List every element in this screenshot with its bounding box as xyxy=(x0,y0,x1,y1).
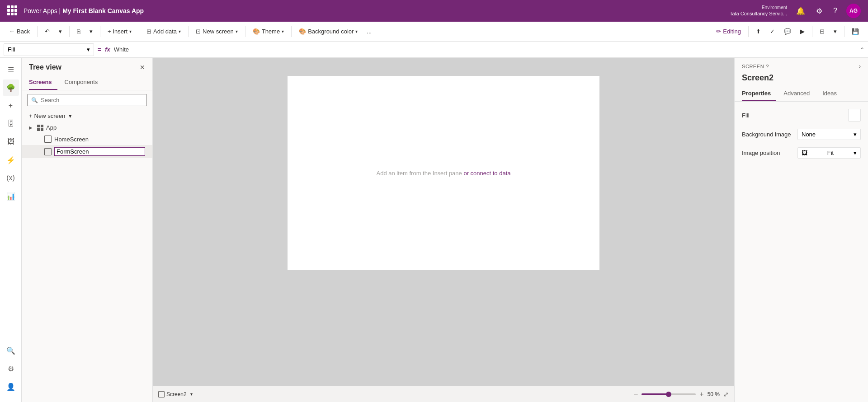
new-screen-button[interactable]: + New screen ▾ xyxy=(22,110,152,122)
copy-dropdown-button[interactable]: ▾ xyxy=(86,26,96,37)
copy-button[interactable]: ⎘ xyxy=(73,26,84,37)
fx-icon: fx xyxy=(105,46,110,53)
expand-canvas-button[interactable]: ⤢ xyxy=(723,391,729,398)
screen-tab[interactable]: Screen2 ▾ xyxy=(158,391,193,397)
equals-sign: = xyxy=(98,46,101,53)
tree-search-box[interactable]: 🔍 xyxy=(27,94,147,106)
zoom-controls: − + 50 % ⤢ xyxy=(634,390,729,398)
right-panel-tab-ideas[interactable]: Ideas xyxy=(822,86,842,101)
sidebar-btn-settings[interactable]: ⚙ xyxy=(3,360,19,377)
tree-close-button[interactable]: ✕ xyxy=(140,64,145,71)
zoom-slider[interactable] xyxy=(642,393,696,395)
undo-button[interactable]: ↶ xyxy=(41,26,53,37)
undo-dropdown-button[interactable]: ▾ xyxy=(55,26,66,37)
right-panel-tab-advanced[interactable]: Advanced xyxy=(783,86,815,101)
layout-dropdown-button[interactable]: ▾ xyxy=(830,26,840,37)
sidebar-btn-analytics[interactable]: 📊 xyxy=(3,188,19,204)
save-button[interactable]: 💾 xyxy=(848,26,863,37)
sidebar-btn-search[interactable]: 🔍 xyxy=(3,342,19,359)
notification-icon[interactable]: 🔔 xyxy=(794,5,807,17)
icon-sidebar: ☰ 🌳 + 🗄 🖼 ⚡ (x) 📊 🔍 ⚙ 👤 xyxy=(0,58,22,402)
back-button[interactable]: ← Back xyxy=(5,26,33,37)
add-data-button[interactable]: ⊞ Add data ▾ xyxy=(143,26,184,37)
sidebar-btn-insert[interactable]: + xyxy=(3,98,19,114)
back-arrow-icon: ← xyxy=(9,28,15,35)
tree-item-homescreen[interactable]: HomeScreen xyxy=(22,133,152,145)
zoom-out-button[interactable]: − xyxy=(634,390,638,398)
share-button[interactable]: ⬆ xyxy=(752,26,764,37)
fill-label: Fill xyxy=(742,112,750,119)
layout-button[interactable]: ⊟ xyxy=(816,26,828,37)
zoom-value: 50 % xyxy=(708,391,720,397)
comment-button[interactable]: 💬 xyxy=(780,26,795,37)
main-layout: ☰ 🌳 + 🗄 🖼 ⚡ (x) 📊 🔍 ⚙ 👤 Tree view ✕ Scre… xyxy=(0,58,868,402)
new-screen-icon: ⊡ xyxy=(196,28,201,35)
sidebar-btn-treeview[interactable]: 🌳 xyxy=(3,79,19,96)
search-input[interactable] xyxy=(41,94,143,106)
tree-tabs: Screens Components xyxy=(22,75,152,90)
background-color-button[interactable]: 🎨 Background color ▾ xyxy=(295,26,361,37)
more-button[interactable]: ... xyxy=(363,26,375,37)
sidebar-btn-data[interactable]: 🗄 xyxy=(3,116,19,132)
screen-label: SCREEN ? xyxy=(742,64,769,69)
formula-expand-icon[interactable]: ⌃ xyxy=(860,47,864,53)
toolbar: ← Back ↶ ▾ ⎘ ▾ + Insert ▾ ⊞ Add data ▾ ⊡… xyxy=(0,22,868,42)
tree-tab-screens[interactable]: Screens xyxy=(29,75,57,90)
add-data-icon: ⊞ xyxy=(146,28,151,35)
sidebar-btn-variables[interactable]: (x) xyxy=(3,170,19,186)
help-icon[interactable]: ? xyxy=(831,5,839,17)
divider-10 xyxy=(844,26,844,37)
property-dropdown[interactable]: Fill ▾ xyxy=(4,43,94,56)
tree-item-formscreen[interactable]: ✓ xyxy=(22,145,152,158)
canvas-hint: Add an item from the Insert pane or conn… xyxy=(376,170,510,177)
tree-item-app[interactable]: ▶ App xyxy=(22,122,152,133)
background-image-select[interactable]: None ▾ xyxy=(797,129,861,140)
insert-button[interactable]: + Insert ▾ xyxy=(104,26,135,37)
avatar[interactable]: AG xyxy=(846,4,861,18)
tree-tab-components[interactable]: Components xyxy=(65,75,104,90)
editing-button[interactable]: ✏ Editing xyxy=(712,26,745,37)
formula-input[interactable] xyxy=(114,46,856,53)
formscreen-icon xyxy=(44,148,52,155)
help-icon[interactable]: ? xyxy=(766,64,769,69)
title-bar-right: Environment Tata Consultancy Servic... 🔔… xyxy=(730,4,861,18)
tree-item-app-label: App xyxy=(46,124,145,131)
insert-chevron-icon: ▾ xyxy=(129,29,132,34)
add-data-chevron-icon: ▾ xyxy=(179,29,181,34)
canvas-area: Add an item from the Insert pane or conn… xyxy=(153,58,734,402)
right-panel-tab-properties[interactable]: Properties xyxy=(742,86,776,101)
play-button[interactable]: ▶ xyxy=(797,26,808,37)
screen-name: Screen2 xyxy=(735,71,868,86)
image-position-select[interactable]: 🖼 Fit ▾ xyxy=(797,147,861,159)
new-screen-chevron-icon: ▾ xyxy=(69,112,72,119)
waffle-icon[interactable] xyxy=(7,5,18,16)
settings-icon[interactable]: ⚙ xyxy=(814,5,824,17)
formscreen-name-input[interactable] xyxy=(54,147,145,156)
fill-color-swatch[interactable] xyxy=(848,109,861,122)
theme-button[interactable]: 🎨 Theme ▾ xyxy=(249,26,288,37)
zoom-in-button[interactable]: + xyxy=(699,390,703,398)
sidebar-btn-connections[interactable]: ⚡ xyxy=(3,152,19,168)
zoom-slider-track xyxy=(642,393,669,395)
background-image-row: Background image None ▾ xyxy=(742,129,861,140)
search-icon: 🔍 xyxy=(31,97,38,103)
sidebar-btn-media[interactable]: 🖼 xyxy=(3,134,19,150)
new-screen-button[interactable]: ⊡ New screen ▾ xyxy=(192,26,241,37)
environment-info[interactable]: Environment Tata Consultancy Servic... xyxy=(730,5,787,17)
sidebar-btn-menu[interactable]: ☰ xyxy=(3,61,19,78)
title-bar: Power Apps | My First Blank Canvas App E… xyxy=(0,0,868,22)
sidebar-btn-account[interactable]: 👤 xyxy=(3,379,19,395)
image-position-icon: 🖼 xyxy=(802,150,807,156)
right-panel-expand-button[interactable]: › xyxy=(859,63,861,70)
check-button[interactable]: ✓ xyxy=(766,26,778,37)
image-position-label: Image position xyxy=(742,150,780,156)
right-panel-content: Fill Background image None ▾ Image posit… xyxy=(735,102,868,166)
dropdown-chevron-icon: ▾ xyxy=(87,46,90,53)
divider-4 xyxy=(139,26,139,37)
image-position-row: Image position 🖼 Fit ▾ xyxy=(742,147,861,159)
select-chevron-icon: ▾ xyxy=(854,131,857,138)
canvas-hint-link[interactable]: or connect to data xyxy=(463,170,510,177)
canvas-bottom-bar: Screen2 ▾ − + 50 % ⤢ xyxy=(153,386,734,402)
screen-tab-chevron-icon: ▾ xyxy=(190,392,193,397)
canvas-screen[interactable]: Add an item from the Insert pane or conn… xyxy=(288,76,599,270)
